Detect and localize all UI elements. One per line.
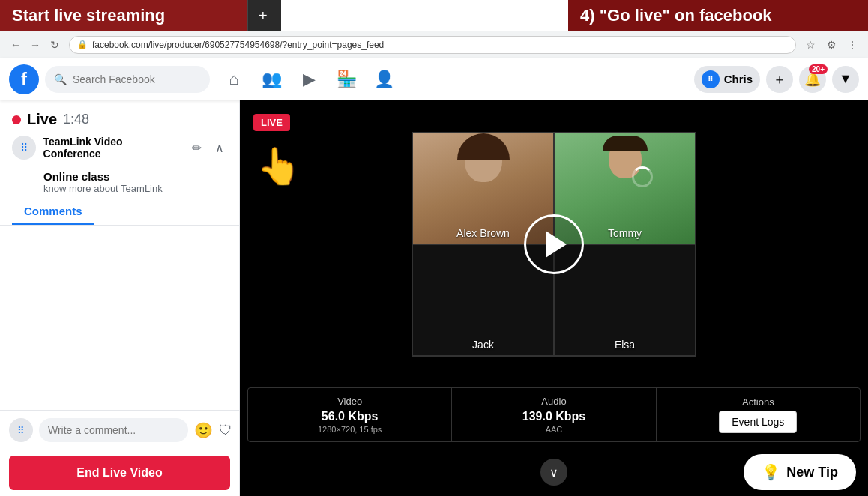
stream-description: Online class know more about TeamLink — [0, 167, 239, 197]
stream-edit-button[interactable]: ✏ — [189, 138, 205, 158]
elsa-name: Elsa — [555, 339, 695, 351]
stream-desc-sub: know more about TeamLink — [43, 183, 227, 194]
back-button[interactable]: ← — [7, 37, 24, 53]
play-triangle-icon — [546, 231, 567, 258]
bulb-icon: 💡 — [762, 463, 780, 481]
live-label: Live — [27, 111, 57, 128]
search-input[interactable] — [73, 73, 193, 85]
tag-button[interactable]: 🛡 — [219, 423, 232, 438]
stream-avatar: ⠿ — [12, 136, 36, 160]
main-video-content: LIVE 👆 Alex Brown — [240, 100, 868, 496]
chevron-down-icon: ∨ — [549, 465, 558, 480]
video-stats-section: Video 56.0 Kbps 1280×720, 15 fps — [248, 388, 452, 441]
browser-action-icons: ☆ ⚙ ⋮ — [802, 37, 861, 53]
actions-label: Actions — [742, 396, 774, 408]
search-icon: 🔍 — [54, 73, 67, 85]
end-live-button[interactable]: End Live Video — [9, 456, 230, 490]
plus-icon: + — [259, 7, 268, 25]
new-tab-button[interactable]: + — [247, 0, 281, 31]
emoji-button[interactable]: 🙂 — [194, 421, 213, 439]
comment-avatar: ⠿ — [9, 418, 33, 442]
audio-stats-section: Audio 139.0 Kbps AAC — [452, 388, 656, 441]
loading-spinner — [632, 166, 653, 187]
friends-nav-button[interactable]: 👥 — [253, 61, 289, 97]
main-layout: Live 1:48 ⠿ TeamLink Video Conference ✏ … — [0, 100, 868, 496]
audio-label: Audio — [541, 396, 566, 407]
chevron-down-button[interactable]: ∨ — [540, 459, 567, 486]
refresh-button[interactable]: ↻ — [46, 37, 63, 53]
left-sidebar: Live 1:48 ⠿ TeamLink Video Conference ✏ … — [0, 100, 240, 496]
groups-nav-button[interactable]: 👤 — [366, 61, 402, 97]
profile-name: Chris — [724, 73, 753, 85]
browser-nav-buttons: ← → ↻ — [7, 37, 63, 53]
bookmark-icon[interactable]: ☆ — [802, 37, 819, 53]
stream-desc-title: Online class — [43, 170, 227, 183]
go-live-label: 4) "Go live" on facebook — [568, 0, 868, 31]
stream-info-row: ⠿ TeamLink Video Conference ✏ ∧ — [0, 136, 239, 167]
extensions-icon[interactable]: ⚙ — [823, 37, 840, 53]
notification-button[interactable]: 🔔 20+ — [799, 66, 826, 93]
comment-input-row: ⠿ 🙂 🛡 — [0, 410, 239, 450]
comments-tab[interactable]: Comments — [12, 197, 94, 225]
start-streaming-label: Start live streaming — [0, 0, 247, 31]
video-grid-area: LIVE 👆 Alex Brown — [240, 100, 868, 387]
event-logs-button[interactable]: Event Logs — [719, 411, 797, 433]
audio-codec: AAC — [546, 425, 563, 434]
video-res: 1280×720, 15 fps — [318, 425, 382, 434]
audio-kbps: 139.0 Kbps — [522, 410, 585, 423]
lock-icon: 🔒 — [77, 40, 88, 49]
stream-collapse-button[interactable]: ∧ — [212, 138, 227, 158]
home-nav-button[interactable]: ⌂ — [216, 61, 252, 97]
stream-name: TeamLink Video Conference — [43, 136, 181, 160]
add-button[interactable]: ＋ — [766, 66, 793, 93]
profile-button[interactable]: ⠿ Chris — [694, 66, 760, 93]
live-timer: 1:48 — [63, 112, 89, 127]
stats-bar: Video 56.0 Kbps 1280×720, 15 fps Audio 1… — [247, 387, 861, 442]
comment-input[interactable] — [39, 418, 188, 442]
menu-icon[interactable]: ⋮ — [844, 37, 861, 53]
new-tip-label: New Tip — [786, 465, 838, 480]
video-kbps: 56.0 Kbps — [322, 410, 379, 423]
hand-pointer-icon: 👆 — [256, 145, 301, 187]
facebook-search-box[interactable]: 🔍 — [45, 66, 210, 93]
go-live-text: 4) "Go live" on facebook — [580, 6, 772, 25]
new-tip-button[interactable]: 💡 New Tip — [744, 454, 856, 490]
jack-name: Jack — [413, 339, 553, 351]
live-header: Live 1:48 — [0, 100, 239, 136]
comments-tab-label: Comments — [24, 205, 82, 223]
facebook-logo[interactable]: f — [9, 64, 39, 94]
marketplace-nav-button[interactable]: 🏪 — [328, 61, 364, 97]
browser-chrome: ← → ↻ 🔒 facebook.com/live/producer/69052… — [0, 31, 868, 58]
fb-nav-center: ⌂ 👥 ▶ 🏪 👤 — [216, 61, 402, 97]
live-dot-indicator — [12, 115, 21, 124]
address-bar[interactable]: 🔒 facebook.com/live/producer/69052775495… — [69, 36, 796, 54]
actions-stats-section: Actions Event Logs — [657, 388, 860, 441]
live-badge: LIVE — [253, 114, 290, 131]
fb-right-items: ⠿ Chris ＋ 🔔 20+ ▼ — [694, 66, 859, 93]
comments-area — [0, 226, 239, 410]
stream-info-left: ⠿ TeamLink Video Conference — [12, 136, 181, 160]
account-button[interactable]: ▼ — [832, 66, 859, 93]
profile-dots-icon: ⠿ — [702, 70, 720, 88]
start-streaming-text: Start live streaming — [12, 6, 165, 25]
video-grid: Alex Brown Tommy Jack — [412, 132, 696, 357]
play-button-overlay[interactable] — [524, 214, 584, 274]
facebook-navbar: f 🔍 ⌂ 👥 ▶ 🏪 👤 ⠿ Chris ＋ 🔔 20+ ▼ — [0, 58, 868, 100]
notification-badge: 20+ — [809, 64, 828, 74]
bottom-bar: ∨ 💡 New Tip — [240, 448, 868, 496]
watch-nav-button[interactable]: ▶ — [291, 61, 327, 97]
top-annotation-bar: Start live streaming + 4) "Go live" on f… — [0, 0, 868, 31]
video-label: Video — [337, 396, 362, 407]
url-text: facebook.com/live/producer/6905277549546… — [92, 40, 384, 50]
forward-button[interactable]: → — [27, 37, 43, 53]
